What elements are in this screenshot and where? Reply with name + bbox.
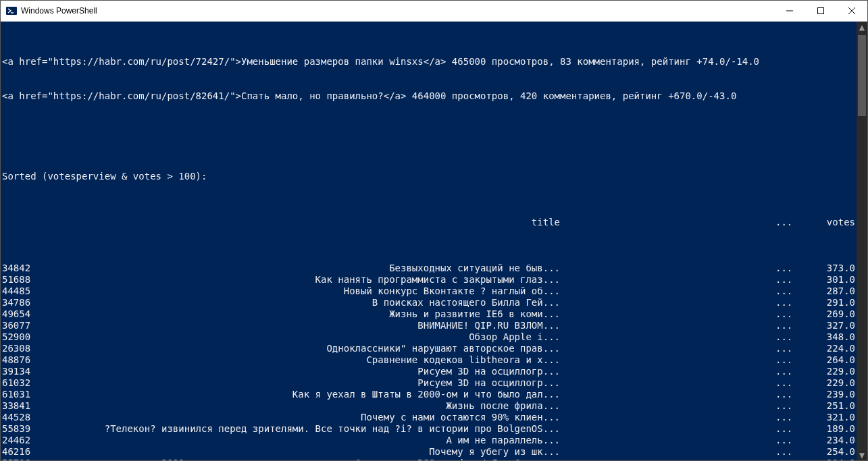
table-row: 46216Почему я убегу из шк......254.0	[2, 446, 855, 458]
col-id-header	[2, 217, 36, 228]
row-value: 291.0	[810, 297, 855, 308]
row-title: Рисуем 3D на осциллогр...	[36, 366, 571, 377]
row-title: Обзор Apple i...	[36, 331, 571, 343]
row-value: 254.0	[810, 446, 855, 458]
row-value: 373.0	[810, 263, 855, 274]
row-title: ?Телекон? извинился перед зрителями. Все…	[36, 423, 571, 435]
table-row: 34842Безвыходных ситуаций не быв......37…	[2, 263, 855, 274]
section-heading: Sorted (votesperview & votes > 100):	[2, 171, 855, 182]
row-title: Безвыходных ситуаций не быв...	[36, 263, 571, 274]
row-id: 34842	[2, 263, 36, 274]
row-dots: ...	[775, 423, 810, 435]
terminal[interactable]: <a href="https://habr.com/ru/post/72427/…	[1, 22, 867, 460]
col-dots-header: ...	[775, 217, 810, 228]
table-row: 52900Обзор Apple i......348.0	[2, 331, 855, 343]
row-value: 234.0	[810, 435, 855, 446]
row-title: Как я уехал в Штаты в 2000-ом и что было…	[36, 389, 571, 400]
row-dots: ...	[775, 354, 810, 366]
row-dots: ...	[775, 389, 810, 400]
row-value: 287.0	[810, 286, 855, 297]
table-header: title ... votes	[2, 217, 855, 228]
table-row: 557062000 часов в одиночестве, или как б…	[2, 458, 855, 460]
row-value: 348.0	[810, 331, 855, 343]
close-button[interactable]	[836, 1, 867, 21]
table-row: 44485Новый конкурс Вконтакте ? наглый об…	[2, 286, 855, 297]
row-id: 55839	[2, 423, 36, 435]
row-value: 204.0	[810, 458, 855, 460]
row-title: А им не параллель...	[36, 435, 571, 446]
row-title: Новый конкурс Вконтакте ? наглый об...	[36, 286, 571, 297]
powershell-icon	[6, 5, 17, 16]
row-id: 61031	[2, 389, 36, 400]
row-title: Сравнение кодеков libtheora и x...	[36, 354, 571, 366]
col-title-header: title	[36, 217, 571, 228]
row-value: 224.0	[810, 343, 855, 354]
table-row: 36077ВНИМАНИЕ! QIP.RU ВЗЛОМ......327.0	[2, 320, 855, 331]
output-line: <a href="https://habr.com/ru/post/72427/…	[2, 56, 855, 67]
powershell-window: Windows PowerShell <a href="https://habr…	[0, 0, 868, 461]
row-title: Почему с нами остаются 90% клиен...	[36, 412, 571, 423]
row-title: ВНИМАНИЕ! QIP.RU ВЗЛОМ...	[36, 320, 571, 331]
row-id: 46216	[2, 446, 36, 458]
col-val-header: votes	[810, 217, 855, 228]
row-title: В поисках настоящего Билла Гей...	[36, 297, 571, 308]
row-id: 26308	[2, 343, 36, 354]
row-id: 49654	[2, 308, 36, 320]
row-value: 189.0	[810, 423, 855, 435]
row-id: 61032	[2, 377, 36, 389]
table-row: 34786В поисках настоящего Билла Гей.....…	[2, 297, 855, 308]
row-id: 36077	[2, 320, 36, 331]
row-value: 327.0	[810, 320, 855, 331]
window-controls	[774, 1, 867, 21]
table-row: 24462А им не параллель......234.0	[2, 435, 855, 446]
row-dots: ...	[775, 331, 810, 343]
row-id: 48876	[2, 354, 36, 366]
svg-rect-3	[818, 8, 824, 14]
row-id: 24462	[2, 435, 36, 446]
blank-line	[2, 125, 855, 136]
row-title: 2000 часов в одиночестве, или как был сд…	[36, 458, 571, 460]
scrollbar-thumb[interactable]	[858, 35, 866, 116]
table-row: 55839?Телекон? извинился перед зрителями…	[2, 423, 855, 435]
row-title: Как нанять программиста с закрытыми глаз…	[36, 274, 571, 286]
row-id: 44528	[2, 412, 36, 423]
row-dots: ...	[775, 446, 810, 458]
row-value: 251.0	[810, 400, 855, 412]
row-title: Жизнь и развитие IE6 в коми...	[36, 308, 571, 320]
terminal-content: <a href="https://habr.com/ru/post/72427/…	[2, 22, 855, 460]
row-id: 52900	[2, 331, 36, 343]
row-dots: ...	[775, 308, 810, 320]
scroll-down-arrow[interactable]: ▼	[857, 450, 867, 460]
table-row: 48876Сравнение кодеков libtheora и x....…	[2, 354, 855, 366]
table-row: 26308Одноклассники" нарушают авторское п…	[2, 343, 855, 354]
row-dots: ...	[775, 274, 810, 286]
row-dots: ...	[775, 435, 810, 446]
row-title: Рисуем 3D на осциллогр...	[36, 377, 571, 389]
row-id: 39134	[2, 366, 36, 377]
vertical-scrollbar[interactable]: ▲ ▼	[857, 22, 867, 460]
row-value: 229.0	[810, 366, 855, 377]
table-row: 61032Рисуем 3D на осциллогр......229.0	[2, 377, 855, 389]
row-title: Одноклассники" нарушают авторское прав..…	[36, 343, 571, 354]
titlebar[interactable]: Windows PowerShell	[1, 1, 867, 22]
row-dots: ...	[775, 320, 810, 331]
maximize-button[interactable]	[805, 1, 836, 21]
row-title: Жизнь после фрила...	[36, 400, 571, 412]
table-row: 49654Жизнь и развитие IE6 в коми......26…	[2, 308, 855, 320]
row-id: 33841	[2, 400, 36, 412]
row-dots: ...	[775, 263, 810, 274]
row-title: Почему я убегу из шк...	[36, 446, 571, 458]
row-dots: ...	[775, 297, 810, 308]
table-row: 61031Как я уехал в Штаты в 2000-ом и что…	[2, 389, 855, 400]
row-dots: ...	[775, 343, 810, 354]
row-dots: ...	[775, 377, 810, 389]
minimize-button[interactable]	[774, 1, 805, 21]
row-id: 34786	[2, 297, 36, 308]
table-row: 33841Жизнь после фрила......251.0	[2, 400, 855, 412]
row-dots: ...	[775, 458, 810, 460]
row-dots: ...	[775, 366, 810, 377]
table-row: 39134Рисуем 3D на осциллогр......229.0	[2, 366, 855, 377]
scroll-up-arrow[interactable]: ▲	[857, 22, 867, 32]
row-id: 55706	[2, 458, 36, 460]
row-value: 264.0	[810, 354, 855, 366]
